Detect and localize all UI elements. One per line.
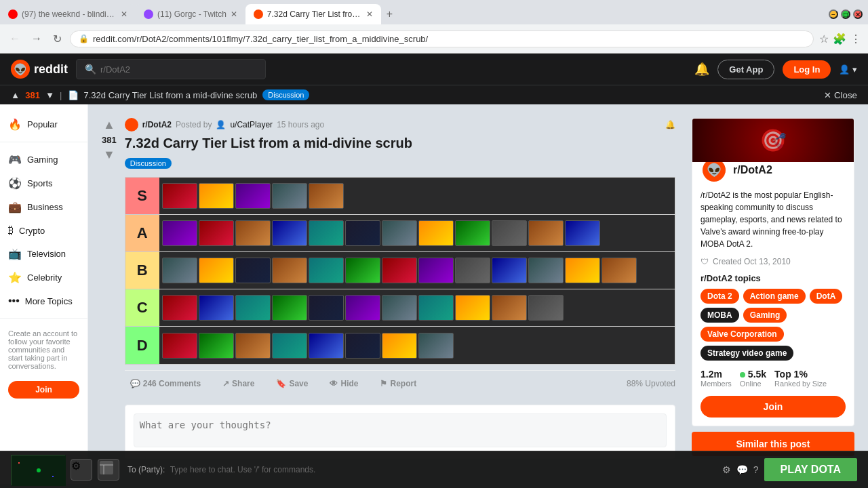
back-button[interactable]: ← (7, 30, 23, 47)
tab-1-title: (97) the weeknd - blinding... (22, 9, 117, 19)
tab-1-close[interactable]: ✕ (121, 9, 127, 19)
hero-img (455, 258, 490, 283)
shield-icon: 🛡 (701, 257, 709, 266)
sidebar-item-sports[interactable]: ⚽ Sports (0, 171, 87, 195)
post-author[interactable]: u/CatPlayer (230, 120, 273, 129)
tab-3[interactable]: 7.32d Carry Tier List from a mid-... ✕ (245, 4, 381, 24)
search-bar[interactable]: 🔍 (76, 59, 266, 79)
search-input[interactable] (100, 64, 257, 75)
svg-rect-2 (18, 462, 20, 464)
announce-upvote-button[interactable]: ▲ (11, 90, 20, 100)
sidebar-join-button[interactable]: Join (8, 381, 79, 399)
topic-action-game[interactable]: Action game (743, 289, 806, 304)
minimize-button[interactable]: − (829, 9, 838, 19)
hero-img (199, 258, 234, 283)
sidebar-label-celebrity: Celebrity (27, 272, 62, 283)
tab-2-close[interactable]: ✕ (231, 9, 237, 19)
url-bar[interactable]: 🔒 reddit.com/r/DotA2/comments/101flmy/7.… (70, 30, 814, 47)
join-subreddit-button[interactable]: Join (701, 396, 846, 418)
announce-icon: 📄 (68, 90, 79, 100)
game-action-icon[interactable]: ⚙ (71, 459, 92, 481)
downvote-button[interactable]: ▼ (103, 148, 115, 162)
post-meta: r/DotA2 Posted by 👤 u/CatPlayer 15 hours… (125, 118, 675, 131)
topics-title: r/DotA2 topics (701, 273, 846, 283)
topic-valve[interactable]: Valve Corporation (701, 327, 784, 342)
topic-dota[interactable]: DotA (810, 289, 843, 304)
tab-1[interactable]: (97) the weeknd - blinding... ✕ (0, 4, 136, 24)
sidebar-item-celebrity[interactable]: ⭐ Celebrity (0, 266, 87, 289)
close-window-button[interactable]: ✕ (853, 9, 863, 19)
comment-input[interactable] (134, 413, 667, 447)
play-dota-button[interactable]: PLAY DOTA (764, 458, 858, 481)
extensions-button[interactable]: 🧩 (833, 33, 846, 45)
game-help-button[interactable]: ? (753, 464, 759, 475)
sidebar-item-more[interactable]: ••• More Topics (0, 289, 87, 312)
gaming-icon: 🎮 (8, 153, 22, 166)
svg-rect-3 (52, 476, 54, 477)
tab-2-favicon (144, 9, 153, 19)
sidebar-label-television: Television (27, 249, 66, 259)
new-tab-button[interactable]: + (381, 8, 398, 20)
upvote-button[interactable]: ▲ (103, 118, 115, 132)
share-button[interactable]: ↗ Share (217, 376, 260, 391)
sidebar-item-popular[interactable]: 🔥 Popular (0, 113, 87, 136)
announce-downvote-button[interactable]: ▼ (45, 90, 54, 100)
hide-button[interactable]: 👁 Hide (324, 376, 363, 391)
tab-3-close[interactable]: ✕ (366, 9, 373, 19)
user-menu-button[interactable]: 👤 ▾ (839, 64, 857, 75)
more-button[interactable]: ⋮ (850, 33, 861, 45)
topic-dota2[interactable]: Dota 2 (701, 289, 739, 304)
topic-moba[interactable]: MOBA (701, 308, 739, 323)
sidebar-item-crypto[interactable]: ₿ Crypto (0, 219, 87, 242)
post-discussion-tag[interactable]: Discussion (125, 158, 172, 169)
subreddit-name[interactable]: r/DotA2 (733, 164, 772, 176)
login-button[interactable]: Log In (783, 60, 831, 79)
tier-row-a: A (125, 215, 675, 252)
topic-strategy[interactable]: Strategy video game (701, 346, 793, 361)
hero-img (418, 220, 454, 246)
tier-s-label: S (125, 178, 159, 214)
game-chat-button[interactable]: 💬 (736, 464, 748, 475)
post-content: r/DotA2 Posted by 👤 u/CatPlayer 15 hours… (125, 118, 675, 459)
tv-icon: 📺 (8, 247, 22, 260)
lock-icon: 🔒 (79, 34, 89, 43)
topic-gaming[interactable]: Gaming (743, 308, 787, 323)
sidebar-item-business[interactable]: 💼 Business (0, 195, 87, 219)
maximize-button[interactable]: □ (841, 9, 850, 19)
forward-button[interactable]: → (28, 30, 45, 47)
tier-c-label: C (125, 289, 159, 326)
notification-bell-icon[interactable]: 🔔 (694, 62, 709, 77)
hero-img (382, 220, 417, 246)
hero-img (235, 183, 271, 209)
online-stat: 5.5k Online (740, 369, 766, 388)
post-subreddit[interactable]: r/DotA2 (142, 120, 172, 129)
announce-close-button[interactable]: ✕ Close (824, 90, 857, 100)
subreddit-description: /r/DotA2 is the most popular English-spe… (701, 189, 846, 250)
members-label: Members (701, 380, 732, 388)
sidebar-item-television[interactable]: 📺 Television (0, 242, 87, 266)
sidebar-label-popular: Popular (27, 119, 58, 129)
reddit-logo[interactable]: 👽 reddit (11, 60, 68, 79)
game-settings-icon[interactable] (98, 459, 119, 481)
hero-img (455, 295, 490, 321)
hero-img (492, 220, 527, 246)
get-app-button[interactable]: Get App (717, 60, 774, 79)
report-button[interactable]: ⚑ Report (374, 376, 422, 391)
bell-post-icon[interactable]: 🔔 (665, 120, 675, 129)
tab-3-favicon (254, 9, 263, 19)
window-controls: − □ ✕ (829, 9, 868, 19)
hero-img (492, 295, 527, 321)
post-header: ▲ 381 ▼ r/DotA2 Posted by 👤 u/CatPlayer … (102, 118, 675, 459)
bookmark-button[interactable]: ☆ (819, 33, 829, 45)
sidebar-item-gaming[interactable]: 🎮 Gaming (0, 148, 87, 171)
save-button[interactable]: 🔖 Save (271, 376, 313, 391)
tab-2[interactable]: (11) Gorgc - Twitch ✕ (136, 4, 245, 24)
crypto-icon: ₿ (8, 224, 14, 237)
hero-img (162, 258, 197, 283)
game-settings-button[interactable]: ⚙ (722, 464, 731, 475)
reddit-wordmark: reddit (34, 62, 68, 77)
tier-d-label: D (125, 327, 159, 364)
save-icon: 🔖 (276, 379, 286, 388)
reload-button[interactable]: ↻ (50, 30, 64, 48)
comments-button[interactable]: 💬 246 Comments (125, 376, 206, 391)
